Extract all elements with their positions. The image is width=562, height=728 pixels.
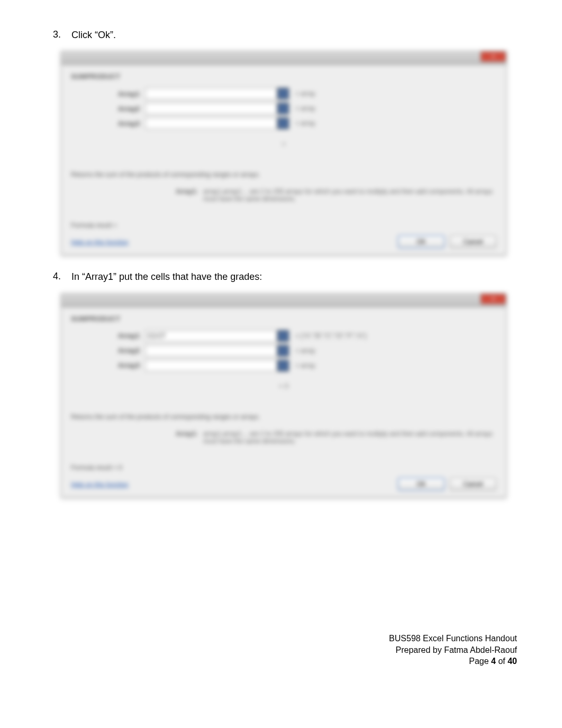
result-equals: = <box>71 140 496 148</box>
dialog-titlebar: ✕ <box>61 51 506 65</box>
arg-row-array3: Array3 = array <box>103 360 496 371</box>
range-selector-icon[interactable] <box>277 345 289 357</box>
cancel-button[interactable]: Cancel <box>450 478 496 490</box>
arg-description-label: Array1: <box>71 188 203 203</box>
arg-label: Array2 <box>103 347 145 354</box>
footer-title: BUS598 Excel Functions Handout <box>389 633 517 644</box>
arg-label: Array1 <box>103 90 145 98</box>
summary-text: Returns the sum of the products of corre… <box>71 171 496 178</box>
dialog-buttons: OK Cancel <box>398 235 496 248</box>
close-icon[interactable]: ✕ <box>481 51 506 62</box>
array1-input[interactable] <box>145 88 277 99</box>
arg-label: Array1 <box>103 332 145 340</box>
arg-description-row: Array1: array1,array2,... are 2 to 255 a… <box>71 188 496 203</box>
window-controls: ✕ <box>481 51 506 62</box>
function-name: SUMPRODUCT <box>71 72 496 80</box>
step-3: 3. Click “Ok”. <box>53 29 517 41</box>
page-mid: of <box>496 657 507 666</box>
arg-description-text: array1,array2,... are 2 to 255 arrays fo… <box>203 188 496 203</box>
close-icon[interactable]: ✕ <box>481 294 506 304</box>
footer-author: Prepared by Fatma Abdel-Raouf <box>389 644 517 656</box>
array3-input[interactable] <box>145 360 277 371</box>
array2-input[interactable] <box>145 103 277 114</box>
page-prefix: Page <box>469 657 491 666</box>
arg-description-label: Array1: <box>71 430 203 445</box>
page-total: 40 <box>507 657 517 666</box>
function-arguments-dialog-2: ✕ SUMPRODUCT Array1 = {"A";"B";"C";"D";"… <box>61 293 506 497</box>
function-arguments-dialog-1: ✕ SUMPRODUCT Array1 = array Array2 = arr… <box>61 51 506 255</box>
range-selector-icon[interactable] <box>277 88 289 99</box>
arg-row-array1: Array1 = {"A";"B";"C";"D";"F";"A"} <box>103 330 496 342</box>
arg-label: Array3 <box>103 361 145 369</box>
result-equals: = 0 <box>71 382 496 390</box>
range-selector-icon[interactable] <box>277 360 289 371</box>
arg-row-array3: Array3 = array <box>103 117 496 129</box>
arg-description-row: Array1: array1,array2,... are 2 to 255 a… <box>71 430 496 445</box>
document-page: 3. Click “Ok”. ✕ SUMPRODUCT Array1 = arr… <box>0 0 562 497</box>
step-text: In “Array1” put the cells that have the … <box>71 271 262 283</box>
arg-result: = array <box>295 90 315 97</box>
arg-description-text: array1,array2,... are 2 to 255 arrays fo… <box>203 430 496 445</box>
range-selector-icon[interactable] <box>277 117 289 129</box>
arg-row-array2: Array2 = array <box>103 103 496 114</box>
ok-button[interactable]: OK <box>398 235 445 248</box>
arg-result: = array <box>295 105 315 112</box>
function-summary: Returns the sum of the products of corre… <box>71 171 496 203</box>
dialog-titlebar: ✕ <box>61 294 506 307</box>
array3-input[interactable] <box>145 117 277 129</box>
array2-input[interactable] <box>145 345 277 357</box>
footer-page: Page 4 of 40 <box>389 656 517 667</box>
help-link[interactable]: Help on this function <box>71 481 129 488</box>
help-link[interactable]: Help on this function <box>71 239 129 246</box>
dialog-body: SUMPRODUCT Array1 = {"A";"B";"C";"D";"F"… <box>61 307 506 497</box>
arg-row-array1: Array1 = array <box>103 88 496 99</box>
ok-button[interactable]: OK <box>398 478 445 490</box>
arg-result: = array <box>295 120 315 127</box>
dialog-buttons: OK Cancel <box>398 478 496 490</box>
array1-input[interactable] <box>145 330 277 342</box>
step-4: 4. In “Array1” put the cells that have t… <box>53 271 517 283</box>
range-selector-icon[interactable] <box>277 330 289 342</box>
cancel-button[interactable]: Cancel <box>450 235 496 248</box>
step-number: 4. <box>53 271 71 283</box>
window-controls: ✕ <box>481 294 506 304</box>
summary-text: Returns the sum of the products of corre… <box>71 413 496 421</box>
arg-result: = {"A";"B";"C";"D";"F";"A"} <box>295 332 367 340</box>
function-summary: Returns the sum of the products of corre… <box>71 413 496 445</box>
arg-result: = array <box>295 347 315 354</box>
range-selector-icon[interactable] <box>277 103 289 114</box>
formula-result: Formula result = <box>71 222 117 229</box>
page-current: 4 <box>491 657 496 666</box>
arg-result: = array <box>295 362 315 369</box>
page-footer: BUS598 Excel Functions Handout Prepared … <box>389 633 517 667</box>
dialog-body: SUMPRODUCT Array1 = array Array2 = array… <box>61 65 506 254</box>
arg-label: Array2 <box>103 105 145 113</box>
step-text: Click “Ok”. <box>71 29 116 41</box>
arg-label: Array3 <box>103 120 145 128</box>
step-number: 3. <box>53 29 71 41</box>
arg-row-array2: Array2 = array <box>103 345 496 357</box>
function-name: SUMPRODUCT <box>71 315 496 323</box>
formula-result: Formula result = 0 <box>71 464 122 471</box>
